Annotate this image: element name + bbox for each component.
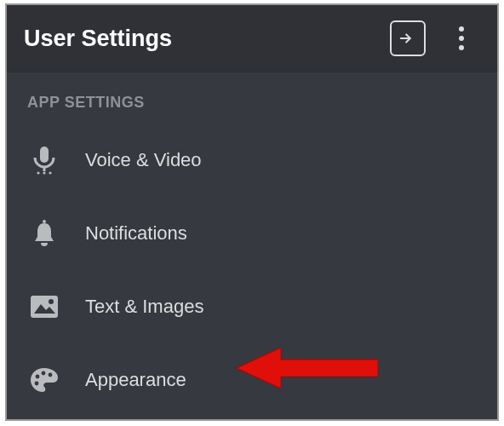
bell-icon <box>27 216 61 250</box>
settings-item-appearance[interactable]: Appearance <box>7 343 497 417</box>
svg-rect-4 <box>40 147 49 163</box>
overflow-menu-button[interactable] <box>443 20 480 57</box>
svg-point-1 <box>459 26 464 32</box>
exit-icon <box>398 29 417 48</box>
kebab-icon <box>458 26 465 51</box>
svg-point-16 <box>35 382 39 386</box>
settings-item-label: Notifications <box>85 222 187 245</box>
svg-point-2 <box>459 36 464 41</box>
svg-rect-9 <box>43 220 46 223</box>
svg-point-13 <box>36 375 40 379</box>
image-icon <box>27 290 61 324</box>
microphone-icon <box>27 143 61 177</box>
settings-item-label: Appearance <box>85 369 186 391</box>
page-title: User Settings <box>24 26 390 52</box>
svg-point-15 <box>49 373 53 377</box>
settings-item-notifications[interactable]: Notifications <box>7 197 497 270</box>
svg-point-12 <box>49 299 54 304</box>
settings-item-label: Text & Images <box>85 296 203 318</box>
settings-item-label: Voice & Video <box>85 149 202 171</box>
settings-list: Voice & Video Notifications Text & I <box>7 124 497 417</box>
settings-screen: User Settings APP SETTINGS <box>5 3 499 421</box>
svg-point-14 <box>42 371 46 376</box>
svg-rect-10 <box>31 296 58 318</box>
svg-point-3 <box>459 45 464 50</box>
settings-item-voice-video[interactable]: Voice & Video <box>7 124 497 197</box>
header-actions <box>390 20 480 57</box>
palette-icon <box>27 363 61 397</box>
header-bar: User Settings <box>7 5 497 72</box>
svg-point-8 <box>49 171 51 174</box>
svg-point-7 <box>43 171 45 174</box>
exit-button[interactable] <box>390 20 426 56</box>
settings-item-text-images[interactable]: Text & Images <box>7 270 497 343</box>
section-header-app-settings: APP SETTINGS <box>7 72 497 124</box>
svg-point-6 <box>37 171 39 174</box>
